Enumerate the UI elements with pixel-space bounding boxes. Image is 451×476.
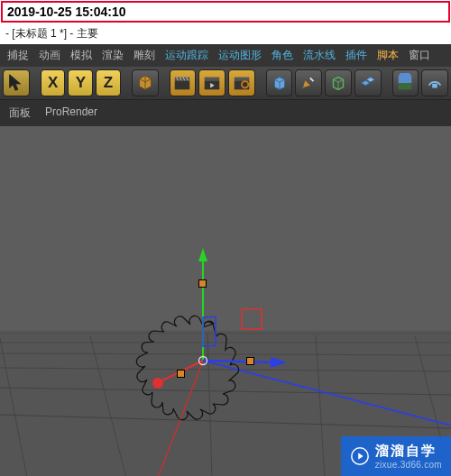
primitive-cube-button[interactable] <box>266 69 293 96</box>
subbar-prorender[interactable]: ProRender <box>45 105 97 121</box>
axis-z-label: Z <box>104 74 113 92</box>
axis-y-button[interactable]: Y <box>68 69 93 96</box>
watermark-site: zixue.3d66.com <box>375 460 442 470</box>
clapper-gear-icon <box>232 73 252 93</box>
axis-x-label: X <box>48 74 58 92</box>
menu-simulate[interactable]: 模拟 <box>70 48 92 63</box>
menu-motion-tracker[interactable]: 运动跟踪 <box>165 48 208 63</box>
menu-render[interactable]: 渲染 <box>102 48 124 63</box>
render-region-button[interactable] <box>198 69 226 96</box>
viewport-sub-bar: 面板 ProRender <box>0 100 451 126</box>
menu-bar: 捕捉 动画 模拟 渲染 雕刻 运动跟踪 运动图形 角色 流水线 插件 脚本 窗口 <box>0 44 451 67</box>
handle-point[interactable] <box>177 370 185 378</box>
svg-rect-8 <box>432 84 437 88</box>
stack-cubes-icon <box>358 73 378 93</box>
watermark: 溜溜自学 zixue.3d66.com <box>341 436 451 476</box>
menu-character[interactable]: 角色 <box>272 48 293 63</box>
svg-rect-5 <box>235 78 250 81</box>
pen-icon <box>299 73 318 93</box>
deformer-button[interactable] <box>354 69 382 96</box>
axis-y-label: Y <box>76 74 86 92</box>
viewport-3d[interactable]: 溜溜自学 zixue.3d66.com <box>0 126 451 476</box>
render-settings-button[interactable] <box>228 69 255 96</box>
window-title: - [未标题 1 *] - 主要 <box>0 23 451 44</box>
wire-cube-icon <box>270 73 290 93</box>
svg-rect-3 <box>205 78 220 81</box>
axis-x-button[interactable]: X <box>41 69 66 96</box>
camera-button[interactable] <box>421 69 448 96</box>
svg-line-26 <box>203 361 275 362</box>
menu-pipeline[interactable]: 流水线 <box>303 48 336 63</box>
menu-capture[interactable]: 捕捉 <box>7 48 29 63</box>
green-cube-icon <box>328 73 348 93</box>
menu-sculpt[interactable]: 雕刻 <box>133 48 155 63</box>
camera-arc-icon <box>425 73 445 93</box>
menu-scripts[interactable]: 脚本 <box>377 48 399 63</box>
watermark-brand: 溜溜自学 <box>375 443 442 460</box>
svg-marker-23 <box>198 248 207 261</box>
menu-animation[interactable]: 动画 <box>39 48 60 63</box>
main-toolbar: X Y Z <box>0 67 451 100</box>
cursor-tool[interactable] <box>3 69 30 96</box>
axis-z-button[interactable]: Z <box>96 69 121 96</box>
title-text: - [未标题 1 *] - 主要 <box>5 27 98 40</box>
handle-point[interactable] <box>246 357 254 365</box>
sky-icon <box>395 73 415 93</box>
clapper-icon <box>172 73 192 93</box>
move-gizmo[interactable] <box>0 126 451 476</box>
svg-marker-27 <box>271 357 287 368</box>
cursor-icon <box>6 73 26 93</box>
subbar-panel[interactable]: 面板 <box>9 105 31 121</box>
svg-rect-28 <box>242 309 262 329</box>
coord-system-button[interactable] <box>132 69 159 96</box>
timestamp-text: 2019-10-25 15:04:10 <box>7 5 126 19</box>
menu-window[interactable]: 窗口 <box>409 48 430 63</box>
environment-button[interactable] <box>392 69 419 96</box>
render-frame-button[interactable] <box>170 69 197 96</box>
generator-button[interactable] <box>325 69 352 96</box>
svg-rect-29 <box>203 316 216 346</box>
cube-icon <box>135 73 155 93</box>
play-circle-icon <box>350 446 370 466</box>
handle-point[interactable] <box>198 279 207 288</box>
spline-pen-button[interactable] <box>295 69 322 96</box>
menu-plugins[interactable]: 插件 <box>345 48 367 63</box>
svg-point-25 <box>152 378 163 389</box>
svg-rect-7 <box>399 83 412 89</box>
clapper-play-icon <box>202 73 222 93</box>
menu-motion-graphics[interactable]: 运动图形 <box>218 48 262 63</box>
svg-rect-0 <box>175 80 190 89</box>
timestamp-bar: 2019-10-25 15:04:10 <box>1 1 450 23</box>
